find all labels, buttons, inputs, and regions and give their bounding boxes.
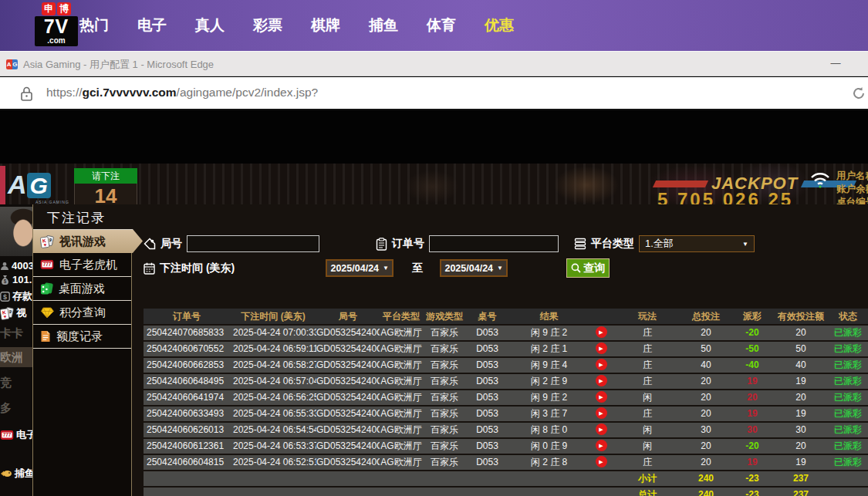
cell-payout: -50: [730, 342, 775, 356]
nav-item-hot[interactable]: 热门: [79, 15, 109, 35]
status-badge: 已派彩: [827, 342, 868, 356]
cell-table: D053: [466, 423, 508, 437]
slot777-icon: 777: [40, 259, 54, 270]
underlay-item-europe[interactable]: 欧洲: [0, 347, 32, 367]
underlay-item-kaka[interactable]: 卡卡: [0, 326, 32, 341]
sidebar-item-points-query[interactable]: 积分查询: [33, 301, 131, 325]
clipboard-icon: [376, 238, 387, 251]
cell-bet-side: 闲: [613, 423, 682, 437]
play-button-icon[interactable]: ▶: [596, 375, 607, 386]
underlay-item-label: 欧洲: [0, 350, 23, 365]
total-label: 小计: [613, 471, 682, 486]
cell-replay: ▶: [589, 407, 613, 421]
cell-game: 百家乐: [423, 423, 466, 437]
filter-row-2: 下注时间 (美东) 2025/04/24▼ 至 2025/04/24▼ 查询: [144, 258, 610, 278]
cell-platform: AG欧洲厅: [380, 358, 423, 373]
cell-total-bet: 50: [682, 342, 730, 356]
cell-result: 闲 9 庄 2: [508, 326, 589, 340]
cell-replay: ▶: [589, 342, 613, 356]
sidebar-item-quota-records[interactable]: 额度记录: [33, 325, 131, 349]
cell-valid-bet: 30: [775, 423, 827, 437]
cell-total-bet: 20: [682, 455, 730, 470]
cell-time: 2025-04-24 06:57:04: [230, 374, 316, 389]
underlay-item-fishing-king[interactable]: 捕鱼王: [0, 467, 32, 481]
play-button-icon[interactable]: ▶: [596, 359, 607, 370]
play-button-icon[interactable]: ▶: [596, 423, 607, 435]
play-button-icon[interactable]: ▶: [596, 391, 607, 403]
underlay-item-label: 101.: [12, 274, 32, 285]
cell-bet-side: 庄: [613, 326, 682, 340]
nav-item-live[interactable]: 真人: [195, 15, 225, 35]
round-number-input[interactable]: [187, 235, 319, 252]
cell-bet-side: 庄: [613, 358, 682, 373]
underlay-item-jing[interactable]: 竞: [0, 376, 32, 390]
cell-result: 闲 9 庄 2: [508, 390, 589, 405]
play-button-icon[interactable]: ▶: [596, 440, 607, 451]
sidebar-item-table-games[interactable]: 桌面游戏: [33, 277, 131, 301]
platform-type-select[interactable]: 1.全部▼: [639, 235, 755, 252]
column-header: 总投注: [682, 309, 730, 324]
cell-bet-side: 庄: [613, 407, 682, 421]
cell-order: 250424060641974: [144, 390, 230, 405]
site-logo[interactable]: 申 博 7V .com: [35, 2, 78, 46]
underlay-item-user-id[interactable]: 4003: [0, 260, 32, 272]
url-bar[interactable]: https://gci.7vvvvvv.com/agingame/pcv2/in…: [0, 77, 868, 110]
cell-payout: -20: [730, 326, 775, 340]
nav-item-sports[interactable]: 体育: [427, 15, 456, 35]
total-payout-value: -23: [730, 488, 775, 496]
date-to-picker[interactable]: 2025/04/24▼: [440, 259, 508, 277]
play-button-icon[interactable]: ▶: [596, 326, 607, 338]
cards-icon: 9K♥: [0, 307, 14, 320]
nav-item-promotions[interactable]: 优惠: [485, 15, 514, 35]
status-badge: 已派彩: [827, 390, 868, 405]
underlay-item-deposit[interactable]: $存款: [0, 289, 32, 303]
filter-row-1: 局号 订单号 平台类型 1.全部▼: [144, 235, 755, 252]
cell-time: 2025-04-24 06:54:54: [230, 423, 316, 437]
underlay-item-slots[interactable]: 777电子: [0, 428, 32, 442]
total-payout-value: -23: [730, 471, 775, 486]
svg-text:777: 777: [3, 432, 12, 437]
underlay-item-balance[interactable]: $101.: [0, 274, 32, 285]
cell-bet-side: 庄: [613, 455, 682, 470]
date-from-picker[interactable]: 2025/04/24▼: [326, 259, 393, 277]
cell-valid-bet: 20: [775, 326, 827, 340]
sidebar-item-label: 积分查询: [59, 305, 106, 320]
avatar[interactable]: [0, 207, 32, 256]
minimize-button[interactable]: —: [824, 53, 847, 73]
order-number-input[interactable]: [429, 235, 559, 252]
cell-table: D053: [466, 358, 508, 373]
cell-round: GD053254240OQ: [316, 342, 380, 356]
nav-item-lottery[interactable]: 彩票: [253, 15, 282, 35]
sidebar-item-slot-machines[interactable]: 777电子老虎机: [33, 253, 131, 277]
nav-item-board-games[interactable]: 棋牌: [311, 15, 340, 35]
cell-valid-bet: 20: [775, 390, 827, 405]
cell-payout: 19: [730, 455, 775, 470]
play-button-icon[interactable]: ▶: [596, 456, 607, 467]
cell-game: 百家乐: [423, 455, 466, 470]
cell-total-bet: 40: [682, 358, 730, 373]
order-number-label: 订单号: [392, 237, 424, 251]
cell-order: 250424070685833: [144, 326, 230, 340]
play-button-icon[interactable]: ▶: [596, 342, 607, 354]
cell-total-bet: 30: [682, 423, 730, 437]
query-button[interactable]: 查询: [566, 258, 610, 278]
cell-bet-side: 庄: [613, 374, 682, 389]
sidebar-item-video-games[interactable]: 9K♥视讯游戏: [33, 229, 143, 253]
url-text[interactable]: https://gci.7vvvvvv.com/agingame/pcv2/in…: [46, 86, 318, 100]
underlay-item-label: 视: [16, 306, 26, 320]
cell-table: D053: [466, 439, 508, 454]
status-badge: 已派彩: [827, 407, 868, 421]
cell-result: 闲 2 庄 1: [508, 342, 589, 356]
underlay-item-duo[interactable]: 多: [0, 401, 32, 416]
underlay-item-video-live[interactable]: 9K♥视: [0, 306, 32, 320]
nav-item-fishing[interactable]: 捕鱼: [369, 15, 398, 35]
cell-valid-bet: 19: [775, 407, 827, 421]
nav-item-slots[interactable]: 电子: [137, 15, 167, 35]
column-header: 游戏类型: [423, 309, 466, 324]
play-button-icon[interactable]: ▶: [596, 407, 607, 419]
cell-table: D053: [466, 407, 508, 421]
lock-icon[interactable]: [20, 86, 33, 101]
cell-time: 2025-04-24 06:59:11: [230, 342, 316, 356]
refresh-icon[interactable]: [852, 86, 866, 100]
cell-valid-bet: 19: [775, 455, 827, 470]
